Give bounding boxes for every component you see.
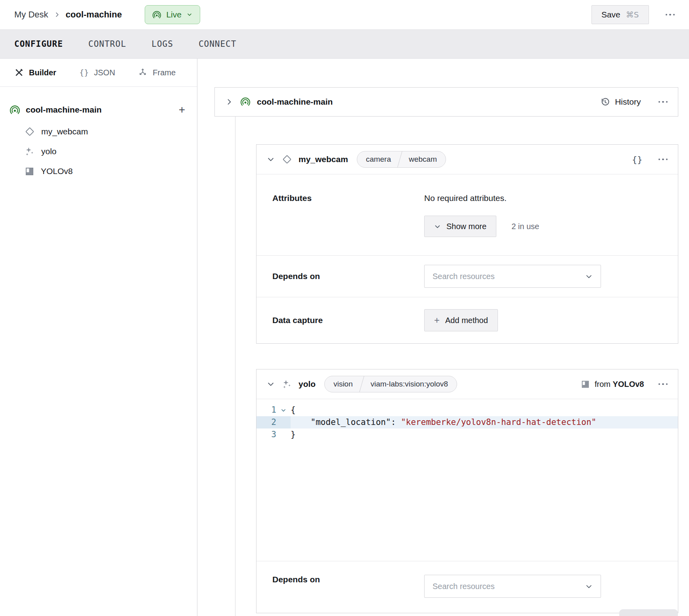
config-sidebar: Builder {} JSON Frame [0,59,197,616]
type-tag: vision [325,376,362,392]
module-icon [25,166,34,176]
attributes-section: Attributes No required attributes. Show … [256,174,678,256]
history-icon [600,97,610,107]
code-line-active: 2 "model_location": "keremberke/yolov8n-… [256,416,678,429]
add-method-button[interactable]: + Add method [424,309,498,331]
mode-frame[interactable]: Frame [138,68,176,77]
breadcrumb-parent[interactable]: My Desk [14,10,48,20]
my-webcam-card-header: my_webcam camera webcam {} [256,145,678,174]
my-webcam-card: my_webcam camera webcam {} Attributes [256,144,678,344]
chevron-down-icon [186,11,193,18]
depends-on-placeholder: Search resources [433,582,585,591]
part-title: cool-machine-main [257,97,333,107]
save-button[interactable]: Save ⌘S [591,5,649,24]
tree-item-yolo[interactable]: yolo [25,142,188,161]
tab-logs[interactable]: LOGS [151,39,173,49]
axes-icon [138,68,147,77]
help-widget[interactable] [619,609,678,616]
add-resource-button[interactable]: + [176,104,188,115]
part-connector-line [235,116,235,616]
chevron-down-icon[interactable] [267,155,275,163]
tab-control[interactable]: CONTROL [88,39,126,49]
tab-configure[interactable]: CONFIGURE [14,39,63,49]
live-label: Live [166,10,182,19]
no-required-attributes-text: No required attributes. [424,193,539,203]
broadcast-icon [10,105,20,115]
braces-icon: {} [79,68,89,77]
mode-frame-label: Frame [153,68,176,77]
code-text: "model_location": "keremberke/yolov8n-ha… [291,416,678,429]
yolo-card-header: yolo vision viam-labs:vision:yolov8 [256,369,678,399]
tree-item-label: my_webcam [41,127,88,136]
service-type-model-tags: vision viam-labs:vision:yolov8 [324,376,457,392]
code-line: 3 } [256,429,678,441]
sparkles-icon [282,379,292,389]
yolo-card: yolo vision viam-labs:vision:yolov8 [256,369,678,613]
save-shortcut: ⌘S [626,10,639,19]
depends-on-label: Depends on [272,272,424,281]
type-tag: camera [357,151,400,167]
machine-tabbar: CONFIGURE CONTROL LOGS CONNECT [0,30,689,59]
top-header: My Desk cool-machine Live Save ⌘S [0,0,689,30]
line-number: 3 [256,429,276,441]
breadcrumb-current: cool-machine [66,10,122,20]
depends-on-section: Depends on Search resources [256,561,678,613]
chevron-down-icon [434,223,441,230]
depends-on-placeholder: Search resources [433,272,585,281]
from-module-name: YOLOv8 [613,380,644,388]
fold-chevron-icon[interactable] [276,404,291,416]
tree-root-label: cool-machine-main [26,105,171,115]
card-more-icon[interactable] [658,159,668,161]
tree-item-yolov8-module[interactable]: YOLOv8 [25,161,188,181]
config-main-panel: cool-machine-main History [197,59,689,616]
breadcrumb-separator-icon [54,11,60,18]
mode-json-label: JSON [94,68,115,77]
chevron-down-icon [585,583,593,590]
header-more-icon[interactable] [666,14,675,16]
tab-connect[interactable]: CONNECT [199,39,237,49]
depends-on-section: Depends on Search resources [256,256,678,297]
line-number: 2 [256,416,276,429]
mode-json[interactable]: {} JSON [79,68,115,77]
depends-on-select[interactable]: Search resources [424,265,601,288]
tools-icon [14,68,24,77]
show-more-label: Show more [446,222,486,231]
sparkles-icon [25,146,35,157]
viam-configure-page: My Desk cool-machine Live Save ⌘S CONFIG… [0,0,689,616]
chevron-right-icon[interactable] [225,98,233,106]
attributes-in-use-count: 2 in use [511,222,539,231]
broadcast-icon [152,10,161,19]
history-label: History [615,97,641,107]
part-more-icon[interactable] [658,101,668,103]
component-type-model-tags: camera webcam [357,151,446,168]
show-more-button[interactable]: Show more [424,216,496,237]
data-capture-label: Data capture [272,316,424,325]
attributes-label: Attributes [272,193,424,237]
mode-builder[interactable]: Builder [14,68,56,77]
json-toggle-icon[interactable]: {} [632,155,643,165]
code-string-value: "keremberke/yolov8n-hard-hat-detection" [401,417,596,427]
add-method-label: Add method [445,316,488,325]
component-name: my_webcam [299,155,348,164]
depends-on-select[interactable]: Search resources [424,575,601,598]
code-text: { [291,404,678,416]
line-number: 1 [256,404,276,416]
mode-builder-label: Builder [29,68,56,77]
history-button[interactable]: History [600,97,641,107]
card-more-icon[interactable] [658,383,668,385]
chevron-down-icon [585,273,593,280]
diamond-icon [282,154,292,165]
tree-item-my-webcam[interactable]: my_webcam [25,122,188,142]
part-header-card: cool-machine-main History [214,87,678,117]
model-tag: viam-labs:vision:yolov8 [362,376,457,392]
model-tag: webcam [400,151,446,167]
attributes-code-editor[interactable]: 1 { 2 "model_location": "keremberke/yolo… [256,399,678,561]
live-status-dropdown[interactable]: Live [145,5,200,24]
tree-root-part[interactable]: cool-machine-main + [10,101,188,119]
code-text: } [291,429,678,441]
plus-icon: + [434,316,440,325]
broadcast-icon [240,97,251,107]
module-icon [581,380,590,389]
depends-on-label: Depends on [272,575,424,598]
chevron-down-icon[interactable] [267,380,275,388]
